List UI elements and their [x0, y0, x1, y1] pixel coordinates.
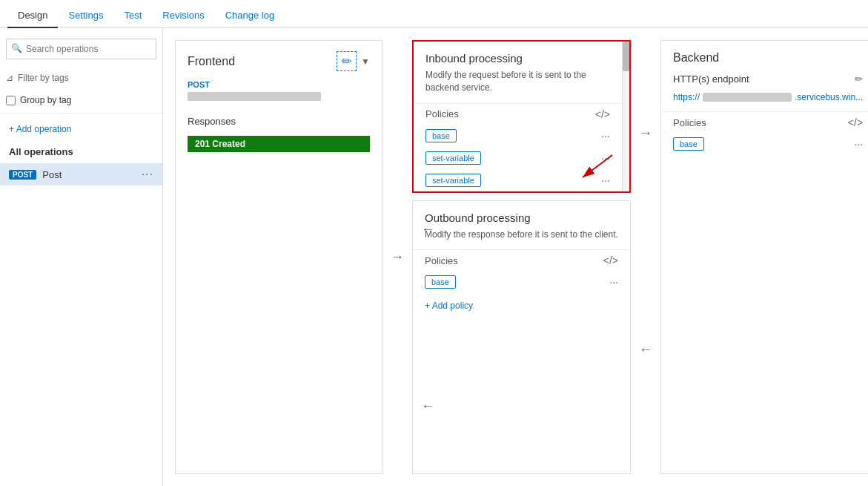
frontend-chevron-icon[interactable]: ▼ [361, 56, 370, 67]
filter-container: ⊿ Filter by tags [6, 67, 156, 89]
backend-policies-row: Policies </> [661, 111, 868, 133]
middle-column: Inbound processing Modify the request be… [412, 40, 631, 474]
main-layout: 🔍 ⊿ Filter by tags Group by tag + Add op… [0, 28, 868, 486]
backend-url-suffix: .servicebus.win... [795, 92, 863, 102]
arrow-to-inbound: → [382, 40, 412, 474]
outbound-desc: Modify the response before it is sent to… [413, 229, 630, 250]
backend-title: Backend [673, 51, 719, 65]
outbound-code-icon[interactable]: </> [603, 255, 618, 266]
inbound-scrollbar-track[interactable] [622, 42, 629, 191]
frontend-panel: Frontend ✏ ▼ POST Responses 201 Created [175, 40, 382, 474]
inbound-base-tag[interactable]: base [425, 129, 457, 142]
inbound-desc: Modify the request before it is sent to … [414, 69, 622, 103]
inbound-title: Inbound processing [414, 42, 622, 69]
tab-settings[interactable]: Settings [58, 4, 113, 28]
filter-by-tags[interactable]: ⊿ Filter by tags [6, 67, 156, 89]
group-by-tag[interactable]: Group by tag [6, 95, 156, 105]
backend-base-dots[interactable]: ··· [854, 138, 863, 150]
frontend-post-label: POST [176, 77, 382, 92]
inbound-setvar1-dots[interactable]: ··· [601, 152, 610, 164]
outbound-policies-label: Policies [425, 255, 458, 266]
backend-header: Backend [661, 41, 868, 70]
sidebar: 🔍 ⊿ Filter by tags Group by tag + Add op… [0, 28, 163, 486]
backend-policies-label: Policies [673, 117, 706, 128]
inbound-policy-base: base ··· [414, 125, 622, 147]
frontend-title: Frontend [188, 55, 235, 68]
divider [0, 113, 162, 114]
backend-base-tag[interactable]: base [673, 137, 704, 151]
operation-label: Post [42, 169, 135, 180]
frontend-header: Frontend ✏ ▼ [176, 41, 382, 77]
outbound-policy-base: base ··· [413, 271, 630, 293]
backend-panel: Backend HTTP(s) endpoint ✏ https:// .ser… [660, 40, 868, 474]
add-policy-btn[interactable]: + Add policy [413, 293, 630, 318]
created-badge: 201 Created [188, 136, 370, 152]
inbound-base-dots[interactable]: ··· [601, 130, 610, 142]
inbound-setvar2-tag[interactable]: set-variable [425, 174, 481, 187]
outbound-title: Outbound processing [413, 201, 630, 229]
inbound-code-icon[interactable]: </> [595, 108, 610, 120]
inbound-policies-label: Policies [425, 108, 459, 119]
search-container: 🔍 [6, 39, 156, 59]
frontend-edit-icon[interactable]: ✏ [337, 51, 357, 71]
responses-label: Responses [176, 110, 382, 133]
post-operation-item[interactable]: POST Post ··· [0, 163, 162, 185]
backend-policy-base: base ··· [661, 133, 868, 155]
backend-url-blurred [703, 93, 792, 102]
arrow-outbound-from-backend: ← [631, 226, 660, 474]
inbound-policies-row: Policies </> [414, 103, 622, 125]
inbound-setvar1-tag[interactable]: set-variable [425, 151, 481, 165]
inbound-panel: Inbound processing Modify the request be… [412, 40, 631, 193]
group-checkbox[interactable] [6, 96, 16, 105]
frontend-url-blurred [188, 92, 321, 101]
outbound-base-tag[interactable]: base [425, 275, 456, 289]
outbound-policies-row: Policies </> [413, 249, 630, 271]
backend-url-text: https:// [673, 92, 700, 102]
outbound-base-dots[interactable]: ··· [609, 276, 618, 288]
add-operation-btn[interactable]: + Add operation [0, 118, 162, 140]
backend-endpoint-edit-icon[interactable]: ✏ [855, 73, 863, 85]
middle-arrows-col: → ← [631, 40, 660, 474]
arrow-inbound-to-backend: → [631, 40, 660, 226]
operation-more-btn[interactable]: ··· [142, 168, 153, 181]
tab-changelog[interactable]: Change log [215, 4, 285, 28]
search-icon: 🔍 [11, 43, 22, 53]
inbound-policy-setvar1: set-variable ··· [414, 147, 622, 169]
backend-url-row: https:// .servicebus.win... [661, 88, 868, 111]
post-badge: POST [9, 170, 36, 180]
frontend-header-actions: ✏ ▼ [337, 51, 370, 71]
search-input[interactable] [6, 39, 156, 59]
outbound-panel: Outbound processing Modify the response … [412, 200, 631, 474]
tab-design[interactable]: Design [7, 4, 58, 28]
tab-revisions[interactable]: Revisions [152, 4, 214, 28]
filter-icon: ⊿ [6, 70, 13, 86]
inbound-setvar2-dots[interactable]: ··· [601, 174, 610, 186]
content-area: Frontend ✏ ▼ POST Responses 201 Created … [163, 28, 868, 486]
backend-endpoint-label: HTTP(s) endpoint [673, 73, 749, 85]
backend-endpoint-row: HTTP(s) endpoint ✏ [661, 70, 868, 88]
tab-test[interactable]: Test [113, 4, 152, 28]
inbound-content: Inbound processing Modify the request be… [414, 42, 629, 191]
top-nav: Design Settings Test Revisions Change lo… [0, 0, 868, 28]
all-operations-label: All operations [0, 140, 162, 163]
backend-code-icon[interactable]: </> [848, 116, 863, 128]
inbound-scrollbar-thumb[interactable] [623, 42, 629, 71]
inbound-policy-setvar2: set-variable ··· [414, 169, 622, 191]
middle-gap [412, 193, 631, 200]
